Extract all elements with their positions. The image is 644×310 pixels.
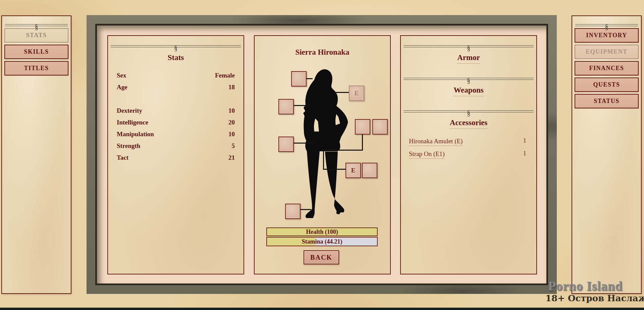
slot-hand-a[interactable] <box>355 119 370 135</box>
armor-section-title[interactable]: Armor <box>401 53 536 64</box>
slot-connector <box>322 150 363 151</box>
stat-value: 5 <box>232 142 235 150</box>
sidebar-item-skills[interactable]: SKILLS <box>4 45 68 59</box>
button-label: TITLES <box>24 65 49 72</box>
stat-label: Tact <box>117 154 128 161</box>
button-label: STATS <box>26 32 47 39</box>
button-label: QUESTS <box>593 81 620 88</box>
stat-label: Age <box>117 84 127 91</box>
section-symbol: § <box>467 110 470 116</box>
slot-connector <box>323 169 345 170</box>
button-label: STATUS <box>594 98 619 105</box>
sidebar-item-titles[interactable]: TITLES <box>4 61 68 75</box>
stat-label: Dexterity <box>117 107 142 114</box>
sidebar-item-quests[interactable]: QUESTS <box>575 78 639 92</box>
section-symbol: § <box>174 45 177 51</box>
slot-waist[interactable] <box>278 137 294 152</box>
slot-connector <box>294 105 310 106</box>
accessory-item: Hironaka Amulet (E) 1 <box>409 138 528 150</box>
stat-value: 21 <box>228 154 235 161</box>
stat-value: 18 <box>228 84 235 91</box>
health-bar-label: Health (100) <box>306 228 338 235</box>
slot-connector <box>294 143 314 144</box>
stat-row-manipulation: Manipulation 10 <box>117 128 235 140</box>
stat-value: 20 <box>228 119 235 126</box>
health-bar: Health (100) <box>266 227 378 236</box>
stat-row-strength: Strength 5 <box>117 140 235 152</box>
section-symbol: § <box>467 77 470 84</box>
section-divider: § <box>575 24 638 26</box>
section-symbol: § <box>467 45 470 51</box>
character-silhouette-image <box>303 69 349 220</box>
stats-attribute-rows: Dexterity 10 Intelligence 20 Manipulatio… <box>108 105 244 163</box>
right-sidebar: § INVENTORY EQUIPMENT FINANCES QUESTS ST… <box>572 15 642 294</box>
section-divider: § <box>5 24 68 26</box>
stat-label: Sex <box>117 72 126 79</box>
section-symbol: § <box>605 23 608 30</box>
slot-connector <box>301 209 311 210</box>
slot-hand-b[interactable] <box>372 119 388 135</box>
game-logo-title: Porno Island <box>548 278 623 293</box>
slot-connector <box>362 135 363 151</box>
button-label: FINANCES <box>589 65 624 72</box>
slot-connector <box>323 150 324 170</box>
character-panel: Sierra Hironaka E <box>254 35 391 274</box>
stats-title: Stats <box>108 53 244 62</box>
stat-label: Intelligence <box>117 119 148 126</box>
slot-head[interactable] <box>291 71 307 87</box>
section-symbol: § <box>35 23 38 30</box>
section-divider: § <box>404 78 534 80</box>
stat-row-dexterity: Dexterity 10 <box>117 105 235 116</box>
weapons-section-title[interactable]: Weapons <box>401 86 536 96</box>
accessory-item-name[interactable]: Strap On (E1) <box>409 150 445 159</box>
stat-row-intelligence: Intelligence 20 <box>117 116 235 128</box>
stat-row-age: Age 18 <box>117 81 235 93</box>
accessories-section-title[interactable]: Accessories <box>401 118 536 129</box>
slot-groin[interactable]: E <box>345 163 361 178</box>
slot-groin-b[interactable] <box>362 163 377 178</box>
slot-back[interactable] <box>278 99 294 114</box>
stats-basic-rows: Sex Female Age 18 <box>108 69 244 93</box>
sidebar-item-status[interactable]: STATUS <box>575 94 639 108</box>
section-divider: § <box>404 45 534 47</box>
stats-panel: § Stats Sex Female Age 18 Dexterity 10 <box>107 35 244 274</box>
character-name: Sierra Hironaka <box>255 36 390 57</box>
stat-row-sex: Sex Female <box>117 69 235 81</box>
equipment-panel: § Armor § Weapons § Accessories Hironaka… <box>400 35 537 274</box>
button-label: SKILLS <box>24 48 49 55</box>
main-inner-parchment: § Stats Sex Female Age 18 Dexterity 10 <box>95 24 548 285</box>
button-label: INVENTORY <box>586 32 627 39</box>
slot-connector <box>335 92 349 93</box>
back-button[interactable]: BACK <box>304 250 339 264</box>
stat-value: 10 <box>228 131 235 138</box>
game-logo-subtitle: 18+ Остров Наслаждений <box>545 293 644 303</box>
sidebar-item-finances[interactable]: FINANCES <box>575 61 639 75</box>
section-divider: § <box>404 110 534 112</box>
left-sidebar: § STATS SKILLS TITLES <box>1 15 71 294</box>
accessory-item-qty: 1 <box>523 137 527 144</box>
slot-connector <box>307 78 313 79</box>
stat-label: Manipulation <box>117 131 154 138</box>
stat-label: Strength <box>117 142 140 150</box>
stamina-bar: Stamina (44.21) <box>266 237 378 246</box>
accessory-item-name[interactable]: Hironaka Amulet (E) <box>409 138 463 146</box>
slot-feet[interactable] <box>285 204 301 219</box>
sidebar-item-equipment: EQUIPMENT <box>575 45 639 59</box>
stat-row-tact: Tact 21 <box>117 152 235 163</box>
bottom-edge-strip <box>0 308 644 310</box>
accessory-item-qty: 1 <box>523 150 527 157</box>
main-frame: § Stats Sex Female Age 18 Dexterity 10 <box>87 15 557 294</box>
stamina-bar-label: Stamina (44.21) <box>302 238 342 245</box>
stat-value: 10 <box>228 107 235 114</box>
back-button-label: BACK <box>310 254 332 261</box>
section-divider: § <box>111 45 241 47</box>
stat-value: Female <box>215 72 235 79</box>
button-label: EQUIPMENT <box>586 48 628 55</box>
accessory-item: Strap On (E1) 1 <box>409 150 528 163</box>
accessories-list: Hironaka Amulet (E) 1 Strap On (E1) 1 <box>401 138 536 163</box>
slot-neck[interactable]: E <box>349 86 364 101</box>
